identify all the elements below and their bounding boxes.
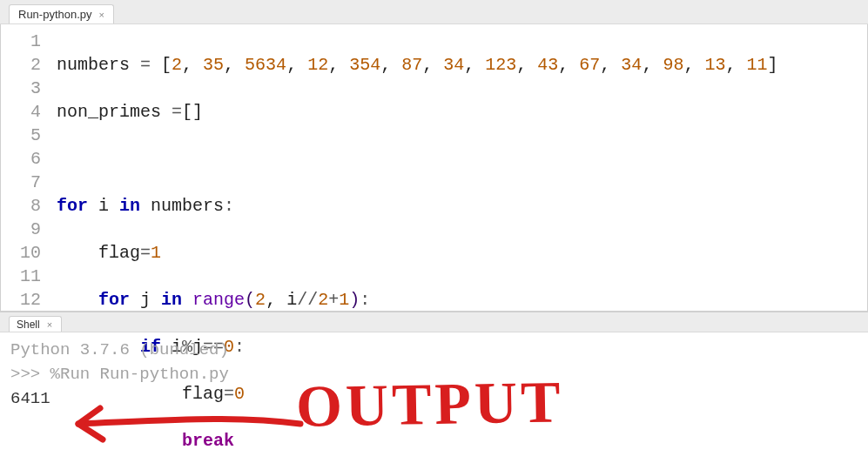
line-number: 4 (6, 100, 41, 124)
code-line: numbers = [2, 35, 5634, 12, 354, 87, 34,… (57, 53, 867, 77)
shell-tab-label: Shell (17, 319, 40, 331)
line-number: 3 (6, 77, 41, 100)
close-icon[interactable]: × (98, 10, 106, 20)
line-number: 7 (6, 171, 41, 194)
code-line (57, 147, 867, 171)
code-line: for j in range(2, i//2+1): (57, 288, 867, 312)
code-line: break (57, 429, 867, 453)
line-number: 5 (6, 124, 41, 147)
shell-tab[interactable]: Shell × (9, 316, 62, 332)
code-editor[interactable]: 1 2 3 4 5 6 7 8 9 10 11 12 numbers = [2,… (0, 24, 868, 312)
line-number: 6 (6, 147, 41, 171)
line-number: 2 (6, 53, 41, 77)
code-line: non_primes =[] (57, 100, 867, 124)
line-number: 10 (6, 241, 41, 265)
line-number: 8 (6, 194, 41, 218)
close-icon[interactable]: × (45, 319, 54, 330)
code-line: for i in numbers: (57, 194, 867, 218)
line-gutter: 1 2 3 4 5 6 7 8 9 10 11 12 (1, 24, 53, 311)
code-line: flag=1 (57, 241, 867, 265)
code-area[interactable]: numbers = [2, 35, 5634, 12, 354, 87, 34,… (53, 24, 867, 311)
line-number: 11 (6, 265, 41, 288)
editor-tab[interactable]: Run-python.py × (9, 4, 114, 23)
line-number: 12 (6, 288, 41, 312)
line-number: 1 (6, 30, 41, 53)
editor-tabbar: Run-python.py × (0, 0, 868, 24)
tab-filename: Run-python.py (18, 8, 92, 21)
line-number: 9 (6, 218, 41, 241)
